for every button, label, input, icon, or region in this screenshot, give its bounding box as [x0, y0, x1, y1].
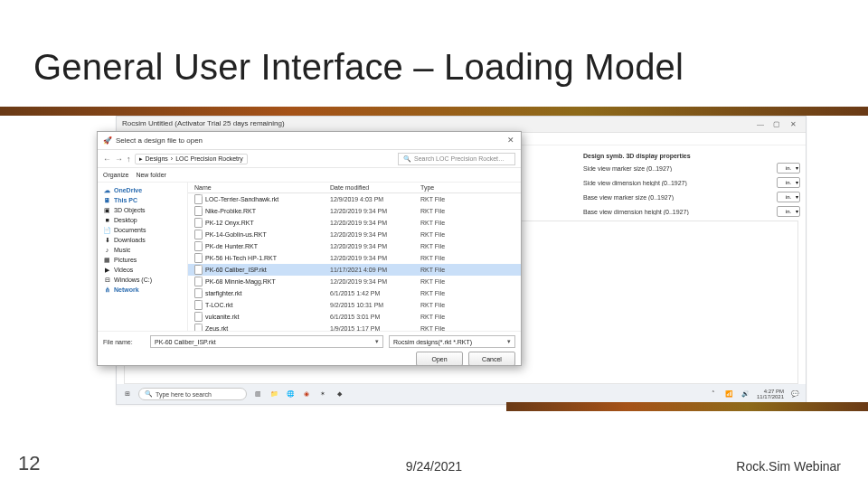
sidebar-item[interactable]: 🖥This PC — [101, 195, 184, 205]
sidebar-item[interactable]: ⊟Windows (C:) — [101, 275, 184, 285]
prop-label: Side view dimension height (0..1927) — [583, 180, 773, 186]
breadcrumb[interactable]: ▸ Designs › LOC Precision Rocketry — [135, 154, 248, 164]
tray-chevron-icon[interactable]: ˄ — [708, 389, 719, 399]
sidebar-item[interactable]: ♪Music — [101, 245, 184, 255]
new-folder-button[interactable]: New folder — [136, 172, 165, 178]
file-row[interactable]: PK-56 Hi-Tech HP-1.RKT12/20/2019 9:34 PM… — [188, 252, 521, 264]
wifi-icon[interactable]: 📶 — [724, 389, 735, 399]
folder-icon: ▣ — [103, 206, 111, 214]
col-name[interactable]: Name — [192, 184, 327, 191]
file-row[interactable]: LOC-Terrier-Sandhawk.rkt12/9/2019 4:03 P… — [188, 193, 521, 205]
sidebar-item[interactable]: ⬇Downloads — [101, 235, 184, 245]
file-row[interactable]: PK-68 Minnie-Magg.RKT12/20/2019 9:34 PMR… — [188, 276, 521, 287]
dialog-sidebar: ☁OneDrive🖥This PC▣3D Objects■Desktop📄Doc… — [98, 183, 188, 331]
screenshot-embed: Rocsim Untitled (Activator Trial 25 days… — [116, 116, 807, 405]
organize-button[interactable]: Organize — [103, 172, 128, 178]
filename-label: File name: — [103, 339, 145, 345]
nav-fwd-icon[interactable]: → — [115, 155, 123, 164]
prop-value[interactable]: in. — [777, 206, 800, 217]
app-icon-2[interactable]: ◆ — [334, 389, 344, 399]
dialog-title: Select a design file to open — [116, 136, 203, 145]
file-icon — [194, 265, 203, 275]
dialog-search-input[interactable]: 🔍 Search LOC Precision Rocket… — [398, 153, 515, 165]
powerpoint-icon[interactable]: ◉ — [301, 389, 312, 399]
browser-icon[interactable]: 🌐 — [285, 389, 296, 399]
file-row[interactable]: Zeus.rkt1/9/2015 1:17 PMRKT File — [188, 323, 521, 331]
volume-icon[interactable]: 🔊 — [741, 389, 751, 399]
folder-icon: ■ — [103, 216, 111, 224]
taskbar-clock[interactable]: 4:27 PM 11/17/2021 — [757, 389, 784, 400]
taskbar-search-placeholder: Type here to search — [156, 391, 212, 398]
nav-up-icon[interactable]: ↑ — [127, 155, 131, 164]
sidebar-item[interactable]: ⋔Network — [101, 285, 184, 295]
app-icon[interactable]: ✶ — [317, 389, 328, 399]
file-row[interactable]: PK-60 Caliber_ISP.rkt11/17/2021 4:09 PMR… — [188, 264, 521, 276]
file-list-header[interactable]: Name Date modified Type — [188, 183, 521, 193]
file-row[interactable]: starfighter.rkt6/1/2015 1:42 PMRKT File — [188, 287, 521, 299]
file-row[interactable]: T-LOC.rkt9/2/2015 10:31 PMRKT File — [188, 299, 521, 311]
folder-icon: ♪ — [103, 246, 111, 254]
minimize-icon[interactable]: — — [753, 118, 768, 129]
dialog-close-icon[interactable]: ✕ — [505, 134, 517, 146]
sidebar-item[interactable]: ☁OneDrive — [101, 185, 184, 195]
page-number: 12 — [18, 452, 40, 475]
prop-label: Base view dimension height (0..1927) — [583, 209, 773, 215]
col-type[interactable]: Type — [418, 184, 517, 191]
sidebar-item[interactable]: ■Desktop — [101, 215, 184, 225]
start-icon[interactable]: ⊞ — [122, 389, 133, 399]
close-icon[interactable]: ✕ — [786, 118, 800, 129]
slide-title: General User Interface – Loading Model — [33, 47, 684, 88]
folder-icon: ⬇ — [103, 236, 111, 244]
folder-icon: ▶ — [103, 266, 111, 274]
folder-icon: ☁ — [103, 186, 111, 194]
footer-date: 9/24/2021 — [406, 459, 462, 474]
folder-icon: ▸ — [139, 155, 143, 163]
filetype-filter[interactable]: Rocsim designs(*.rkt *.RKT) — [389, 335, 515, 348]
prop-value[interactable]: in. — [777, 177, 800, 188]
cancel-button[interactable]: Cancel — [468, 352, 515, 366]
folder-icon: 🖥 — [103, 196, 111, 204]
notification-icon[interactable]: 💬 — [789, 389, 800, 399]
prop-label: Side view marker size (0..1927) — [583, 165, 773, 172]
prop-value[interactable]: in. — [777, 192, 800, 202]
taskbar: ⊞ 🔍 Type here to search ▥ 📁 🌐 ◉ ✶ ◆ ˄ 📶 … — [117, 384, 806, 404]
file-list[interactable]: LOC-Terrier-Sandhawk.rkt12/9/2019 4:03 P… — [188, 193, 521, 331]
file-icon — [194, 194, 203, 204]
file-row[interactable]: PK-14-Goblin-us.RKT12/20/2019 9:34 PMRKT… — [188, 229, 521, 240]
sidebar-item[interactable]: ▶Videos — [101, 265, 184, 275]
prop-value[interactable]: in. — [777, 163, 800, 174]
folder-icon: ⋔ — [103, 286, 111, 294]
file-icon — [194, 288, 203, 298]
nav-back-icon[interactable]: ← — [103, 155, 111, 164]
file-row[interactable]: PK-de Hunter.RKT12/20/2019 9:34 PMRKT Fi… — [188, 240, 521, 252]
properties-panel: Design symb. 3D display properties Side … — [583, 153, 800, 221]
file-icon — [194, 241, 203, 251]
file-icon — [194, 277, 203, 286]
folder-icon[interactable]: 📁 — [269, 389, 279, 399]
taskbar-search[interactable]: 🔍 Type here to search — [138, 388, 247, 400]
file-row[interactable]: Nike-Probike.RKT12/20/2019 9:34 PMRKT Fi… — [188, 205, 521, 217]
col-date[interactable]: Date modified — [327, 184, 418, 191]
folder-icon: ▦ — [103, 256, 111, 264]
folder-icon: ⊟ — [103, 276, 111, 284]
file-icon — [194, 206, 203, 216]
folder-icon: 📄 — [103, 226, 111, 234]
search-icon: 🔍 — [403, 155, 411, 163]
open-button[interactable]: Open — [416, 352, 463, 366]
decorative-stripe-lower — [506, 402, 868, 411]
sidebar-item[interactable]: ▣3D Objects — [101, 205, 184, 215]
file-icon — [194, 324, 203, 331]
footer-right: Rock.Sim Webinar — [736, 459, 841, 474]
maximize-icon[interactable]: ▢ — [769, 118, 784, 129]
file-icon — [194, 253, 203, 263]
window-buttons: — ▢ ✕ — [753, 118, 800, 129]
filename-input[interactable]: PK-60 Caliber_ISP.rkt — [150, 335, 383, 348]
file-row[interactable]: PK-12 Onyx.RKT12/20/2019 9:34 PMRKT File — [188, 217, 521, 229]
file-icon — [194, 218, 203, 228]
taskview-icon[interactable]: ▥ — [252, 389, 263, 399]
file-row[interactable]: vulcanite.rkt6/1/2015 3:01 PMRKT File — [188, 311, 521, 323]
search-icon: 🔍 — [145, 390, 153, 398]
sidebar-item[interactable]: 📄Documents — [101, 225, 184, 235]
rocket-icon: 🚀 — [103, 136, 112, 145]
sidebar-item[interactable]: ▦Pictures — [101, 255, 184, 265]
